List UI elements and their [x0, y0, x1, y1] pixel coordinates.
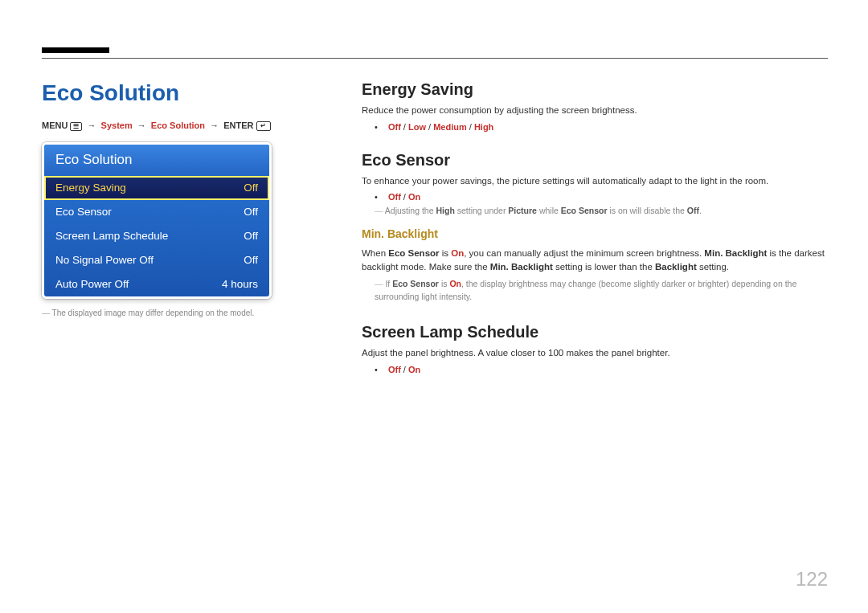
menu-item-screen-lamp-schedule[interactable]: Screen Lamp Schedule Off	[44, 224, 269, 248]
menu-item-label: Energy Saving	[55, 182, 126, 194]
option-low: Low	[408, 122, 426, 132]
text: setting is lower than the	[553, 262, 655, 272]
note-text: is on will disable the	[608, 206, 687, 215]
arrow-icon: →	[210, 121, 219, 130]
top-rule	[42, 58, 828, 59]
note-text: setting under	[455, 206, 509, 215]
breadcrumb-enter-word: ENTER	[223, 121, 253, 130]
text: , you can manually adjust the minimum sc…	[464, 248, 704, 258]
section-screen-lamp-schedule: Screen Lamp Schedule Adjust the panel br…	[362, 323, 828, 374]
menu-item-value: Off	[244, 182, 258, 194]
option-off: Off	[388, 122, 401, 132]
section-eco-sensor: Eco Sensor To enhance your power savings…	[362, 151, 828, 304]
heading-energy-saving: Energy Saving	[362, 80, 828, 99]
menu-title: Eco Solution	[44, 145, 269, 176]
note-text: .	[699, 206, 702, 215]
note-bold: Off	[687, 206, 699, 215]
option-medium: Medium	[433, 122, 467, 132]
text: setting.	[697, 262, 729, 272]
section-marker	[42, 47, 109, 53]
note-min-backlight: If Eco Sensor is On, the display brightn…	[375, 278, 828, 304]
bold: Backlight	[655, 262, 697, 272]
enter-icon: ↵	[256, 121, 271, 131]
menu-icon: ☰	[70, 122, 82, 131]
note-red: On	[449, 279, 461, 288]
option-high: High	[474, 122, 493, 132]
bold: Min. Backlight	[490, 262, 553, 272]
breadcrumb-menu-word: MENU	[42, 121, 68, 130]
note-eco-sensor-high: Adjusting the High setting under Picture…	[375, 205, 828, 218]
section-energy-saving: Energy Saving Reduce the power consumpti…	[362, 80, 828, 132]
menu-box: Eco Solution Energy Saving Off Eco Senso…	[42, 142, 272, 299]
heading-screen-lamp: Screen Lamp Schedule	[362, 323, 828, 341]
heading-eco-sensor: Eco Sensor	[362, 151, 828, 170]
desc-min-backlight: When Eco Sensor is On, you can manually …	[362, 247, 828, 273]
note-text: If	[385, 279, 392, 288]
option-off: Off	[388, 192, 401, 202]
option-on: On	[408, 365, 420, 374]
options-screen-lamp: Off / On	[375, 365, 828, 374]
menu-item-label: Auto Power Off	[55, 278, 129, 290]
menu-item-value: Off	[244, 206, 258, 218]
note-text: while	[537, 206, 561, 215]
red: On	[451, 248, 464, 258]
options-energy-saving: Off / Low / Medium / High	[375, 122, 828, 132]
text: is	[440, 248, 452, 258]
menu-item-value: Off	[244, 254, 258, 266]
page-title: Eco Solution	[42, 80, 323, 106]
heading-min-backlight: Min. Backlight	[362, 227, 828, 240]
menu-item-energy-saving[interactable]: Energy Saving Off	[44, 176, 269, 200]
menu-item-eco-sensor[interactable]: Eco Sensor Off	[44, 200, 269, 224]
bold: Min. Backlight	[704, 248, 767, 258]
breadcrumb-eco: Eco Solution	[151, 121, 205, 130]
menu-item-value: Off	[244, 230, 258, 242]
option-off: Off	[388, 365, 401, 374]
text: When	[362, 248, 388, 258]
right-column: Energy Saving Reduce the power consumpti…	[362, 80, 828, 394]
page-number: 122	[796, 568, 828, 591]
note-bold: High	[436, 206, 454, 215]
arrow-icon: →	[137, 121, 146, 130]
note-bold: Eco Sensor	[561, 206, 608, 215]
option-on: On	[408, 192, 420, 202]
desc-eco-sensor: To enhance your power savings, the pictu…	[362, 174, 828, 188]
options-eco-sensor: Off / On	[375, 192, 828, 202]
menu-item-label: Eco Sensor	[55, 206, 112, 218]
bold: Eco Sensor	[388, 248, 439, 258]
desc-screen-lamp: Adjust the panel brightness. A value clo…	[362, 346, 828, 360]
menu-item-label: No Signal Power Off	[55, 254, 154, 266]
breadcrumb: MENU ☰ → System → Eco Solution → ENTER ↵	[42, 121, 323, 131]
menu-item-label: Screen Lamp Schedule	[55, 230, 168, 242]
breadcrumb-system: System	[101, 121, 133, 130]
menu-item-auto-power-off[interactable]: Auto Power Off 4 hours	[44, 272, 269, 296]
menu-item-no-signal-power-off[interactable]: No Signal Power Off Off	[44, 248, 269, 272]
note-text: is	[439, 279, 449, 288]
desc-energy-saving: Reduce the power consumption by adjustin…	[362, 104, 828, 117]
menu-footnote: The displayed image may differ depending…	[42, 309, 323, 317]
left-column: Eco Solution MENU ☰ → System → Eco Solut…	[42, 80, 323, 394]
note-bold: Picture	[508, 206, 537, 215]
menu-item-value: 4 hours	[222, 278, 258, 290]
note-bold: Eco Sensor	[392, 279, 439, 288]
arrow-icon: →	[88, 121, 96, 130]
note-text: Adjusting the	[385, 206, 436, 215]
